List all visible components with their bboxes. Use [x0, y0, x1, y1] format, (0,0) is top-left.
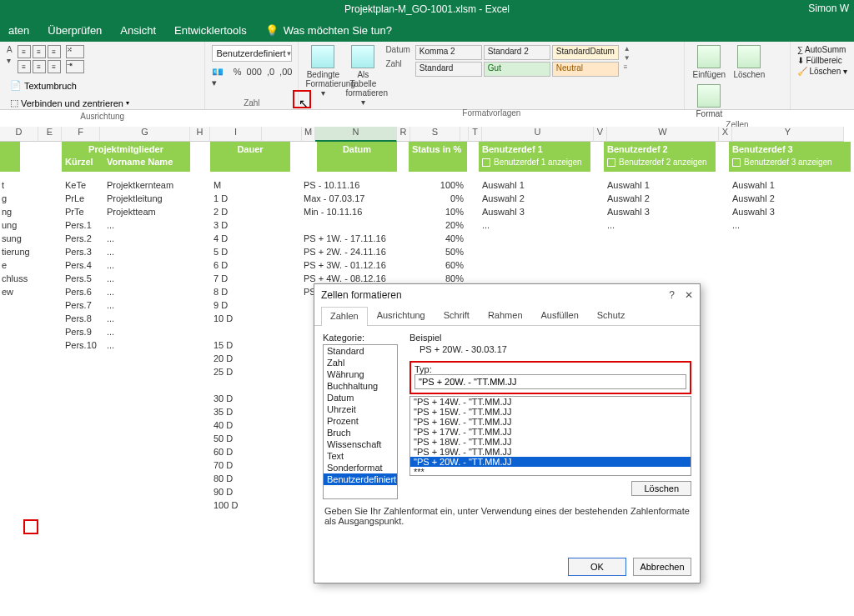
- cancel-button[interactable]: Abbrechen: [633, 558, 691, 576]
- tab-entwicklertools[interactable]: Entwicklertools: [174, 24, 247, 37]
- column-headers[interactable]: DEFGHIMNRSTUVWXY: [0, 127, 854, 142]
- bulb-icon: 💡: [265, 24, 279, 37]
- dialog-tab[interactable]: Ausrichtung: [368, 306, 435, 325]
- dialog-tab[interactable]: Zahlen: [321, 307, 368, 326]
- kurzel-col: KeTePrLePrTePers.1Pers.2Pers.3Pers.4Pers…: [65, 178, 97, 352]
- close-icon[interactable]: ✕: [685, 289, 693, 301]
- gallery-up-icon[interactable]: ▲: [624, 45, 630, 53]
- format-cells-dialog: Zellen formatieren ? ✕ ZahlenAusrichtung…: [314, 283, 701, 583]
- dialog-titlebar: Zellen formatieren ? ✕: [314, 284, 700, 306]
- auswahl2-col: Auswahl 1Auswahl 2Auswahl 3...: [607, 178, 650, 232]
- indent-btn[interactable]: ⇥: [66, 60, 84, 73]
- title-bar: Projektplan-M_GO-1001.xlsm - Excel Simon…: [0, 0, 854, 18]
- ok-button[interactable]: OK: [568, 558, 626, 576]
- alignment-grid[interactable]: ≡≡≡≡≡≡: [18, 45, 61, 73]
- number-format-combo[interactable]: Benutzerdefiniert▼: [212, 45, 292, 62]
- hdr-benutzerdef1: Benutzerdef 1 Benutzerdef 1 anzeigen: [479, 142, 590, 172]
- gallery-down-icon[interactable]: ▼: [624, 54, 630, 62]
- autosum-btn[interactable]: ∑ AutoSumm: [797, 45, 847, 54]
- delete-format-button[interactable]: Löschen: [631, 481, 691, 496]
- group-label-number: Zahl: [212, 97, 291, 108]
- merge-center-btn[interactable]: ⬚Verbinden und zentrieren ▾: [7, 96, 133, 110]
- group-cells: Einfügen Löschen Format Zellen: [685, 42, 790, 109]
- dialog-tab[interactable]: Schrift: [435, 306, 479, 325]
- auswahl1-col: Auswahl 1Auswahl 2Auswahl 3...: [482, 178, 525, 232]
- fill-btn[interactable]: ⬇ Füllbereic: [797, 56, 847, 65]
- checkbox-icon[interactable]: [607, 158, 615, 167]
- tell-me-search[interactable]: 💡 Was möchten Sie tun?: [265, 24, 392, 37]
- font-color[interactable]: ▾: [7, 56, 13, 65]
- typ-highlight: Typ:: [409, 361, 691, 394]
- dialog-title: Zellen formatieren: [321, 289, 402, 301]
- hdr-datum: Datum: [317, 142, 397, 172]
- beispiel-value: PS + 20W. - 30.03.17: [419, 344, 691, 354]
- checkbox-icon[interactable]: [482, 158, 490, 167]
- merge-icon: ⬚: [10, 98, 18, 108]
- kategorie-label: Kategorie:: [323, 333, 398, 343]
- dialog-hint: Geben Sie Ihr Zahlenformat ein, unter Ve…: [314, 506, 700, 526]
- hdr-benutzerdef2: Benutzerdef 2 Benutzerdef 2 anzeigen: [604, 142, 716, 172]
- group-styles: Bedingte Formatierung ▾ Als Tabelle form…: [299, 42, 685, 109]
- dec-decimal-btn[interactable]: ,00: [279, 67, 292, 88]
- group-editing: ∑ AutoSumm ⬇ Füllbereic 🧹 Löschen ▾: [791, 42, 854, 109]
- tab-ansicht[interactable]: Ansicht: [120, 24, 156, 37]
- format-as-table-btn[interactable]: Als Tabelle formatieren ▾: [345, 45, 380, 107]
- hdr-dauer: Dauer: [210, 142, 290, 172]
- dialog-tab[interactable]: Ausfüllen: [532, 306, 588, 325]
- datum-col: PS - 10.11.16Max - 07.03.17Min - 10.11.1…: [304, 178, 386, 298]
- dialog-tab[interactable]: Rahmen: [479, 306, 532, 325]
- cell-styles-gallery[interactable]: Komma 2 Standard 2 StandardDatum Standar…: [415, 45, 619, 77]
- inc-decimal-btn[interactable]: ,0: [267, 67, 274, 88]
- insert-cells-btn[interactable]: Einfügen: [691, 45, 726, 79]
- format-cells-btn[interactable]: Format: [691, 84, 726, 118]
- group-number: Benutzerdefiniert▼ 💶▾ % 000 ,0 ,00 Zahl: [205, 42, 299, 109]
- group-alignment: A ▾ ≡≡≡≡≡≡ ⤭ ⇥ 📄Textumbruch ⬚Verbinden u…: [0, 42, 205, 109]
- tab-daten[interactable]: aten: [8, 24, 29, 37]
- percent-btn[interactable]: %: [234, 67, 242, 88]
- status-col: 100%0%10%20%40%50%60%80%100%: [409, 178, 464, 298]
- dauer-col: M1 D2 D3 D4 D5 D6 D7 D8 D9 D10 D15 D20 D…: [214, 178, 238, 512]
- ribbon: A ▾ ≡≡≡≡≡≡ ⤭ ⇥ 📄Textumbruch ⬚Verbinden u…: [0, 42, 854, 110]
- typ-input[interactable]: [414, 374, 686, 389]
- ribbon-tabs: aten Überprüfen Ansicht Entwicklertools …: [0, 18, 854, 42]
- wrap-icon: 📄: [10, 80, 22, 91]
- thousand-btn[interactable]: 000: [247, 67, 262, 88]
- doc-title: Projektplan-M_GO-1001.xlsm - Excel: [344, 3, 510, 15]
- gallery-more-icon[interactable]: ≡: [624, 63, 630, 71]
- clear-btn[interactable]: 🧹 Löschen ▾: [797, 67, 847, 76]
- beispiel-label: Beispiel: [409, 333, 691, 343]
- left-labels-col: tgngungsungtierungechlussew: [2, 178, 30, 298]
- checkbox-icon[interactable]: [732, 158, 741, 167]
- group-label-alignment: Ausrichtung: [7, 110, 198, 121]
- vorname-col: ProjektkernteamProjektleitungProjektteam…: [107, 178, 173, 352]
- user-name: Simon W: [808, 3, 849, 14]
- kategorie-list[interactable]: StandardZahlWährungBuchhaltungDatumUhrze…: [323, 344, 398, 499]
- orientation-btn[interactable]: ⤭: [66, 45, 84, 58]
- help-icon[interactable]: ?: [669, 289, 675, 301]
- dialog-tabs: ZahlenAusrichtungSchriftRahmenAusfüllenS…: [314, 306, 700, 326]
- delete-cells-btn[interactable]: Löschen: [731, 45, 766, 79]
- type-format-list[interactable]: "PS + 14W. - "TT.MM.JJ"PS + 15W. - "TT.M…: [409, 396, 691, 476]
- typ-label: Typ:: [414, 364, 686, 374]
- chevron-down-icon: ▼: [286, 50, 293, 58]
- dialog-tab[interactable]: Schutz: [588, 306, 635, 325]
- auswahl3-col: Auswahl 1Auswahl 2Auswahl 3...: [732, 178, 775, 232]
- cursor-icon: ↖: [299, 97, 309, 110]
- wrap-text-btn[interactable]: 📄Textumbruch: [7, 78, 133, 93]
- hdr-status: Status in %: [409, 142, 467, 172]
- font-size-dec[interactable]: A: [7, 45, 13, 54]
- currency-btn[interactable]: 💶▾: [212, 67, 228, 88]
- tab-ueberpruefen[interactable]: Überprüfen: [48, 24, 102, 37]
- group-label-styles: Formatvorlagen: [305, 107, 677, 118]
- hdr-benutzerdef3: Benutzerdef 3 Benutzerdef 3 anzeigen: [729, 142, 851, 172]
